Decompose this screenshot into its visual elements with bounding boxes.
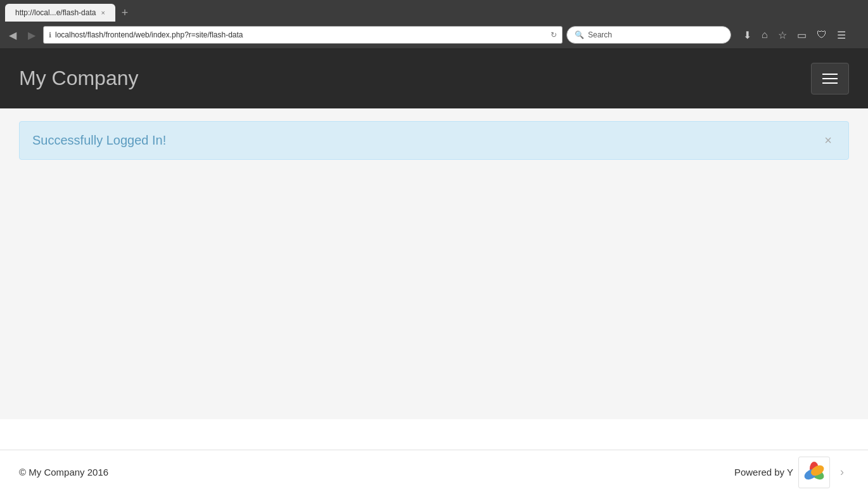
url-text: localhost/flash/frontend/web/index.php?r… bbox=[55, 30, 243, 39]
hamburger-line-1 bbox=[822, 74, 838, 75]
footer-powered-by: Powered by Y › bbox=[734, 457, 849, 488]
tab-title: http://local...e/flash-data bbox=[15, 8, 96, 17]
address-bar-row: ◀ ▶ ℹ localhost/flash/frontend/web/index… bbox=[0, 22, 868, 48]
app-title: My Company bbox=[19, 67, 139, 90]
browser-tab[interactable]: http://local...e/flash-data × bbox=[5, 4, 115, 22]
new-tab-button[interactable]: + bbox=[118, 4, 132, 22]
hamburger-line-3 bbox=[822, 82, 838, 84]
browser-toolbar-right: ⬇ ⌂ ☆ ▭ 🛡 ☰ bbox=[739, 27, 850, 44]
home-button[interactable]: ⌂ bbox=[757, 27, 772, 43]
refresh-icon[interactable]: ↻ bbox=[551, 30, 557, 39]
bookmarks-icon: ▭ bbox=[797, 30, 807, 41]
nav-forward-button[interactable]: ▶ bbox=[24, 27, 39, 44]
main-content: Successfully Logged In! × bbox=[0, 108, 868, 419]
footer-copyright: © My Company 2016 bbox=[19, 467, 108, 478]
app-header: My Company bbox=[0, 48, 868, 108]
download-icon: ⬇ bbox=[743, 30, 751, 41]
browser-search-bar[interactable]: 🔍 Search bbox=[566, 26, 731, 44]
bookmarks-list-button[interactable]: ▭ bbox=[793, 27, 811, 44]
search-icon: 🔍 bbox=[575, 30, 584, 39]
menu-button[interactable]: ☰ bbox=[833, 27, 850, 44]
yii-logo-svg bbox=[803, 461, 826, 484]
flash-close-button[interactable]: × bbox=[820, 133, 836, 148]
yii-logo bbox=[798, 457, 830, 488]
info-icon: ℹ bbox=[49, 31, 51, 39]
back-icon: ◀ bbox=[9, 30, 16, 41]
hamburger-icon: ☰ bbox=[837, 30, 846, 41]
flash-message-text: Successfully Logged In! bbox=[32, 133, 166, 148]
shield-button[interactable]: 🛡 bbox=[812, 27, 831, 43]
footer-next-button[interactable]: › bbox=[835, 463, 849, 481]
star-icon: ☆ bbox=[778, 30, 787, 41]
home-icon: ⌂ bbox=[762, 29, 768, 40]
nav-toggle-button[interactable] bbox=[811, 63, 849, 94]
hamburger-line-2 bbox=[822, 78, 838, 79]
browser-tab-bar: http://local...e/flash-data × + bbox=[0, 0, 868, 22]
nav-back-button[interactable]: ◀ bbox=[5, 27, 20, 44]
powered-by-text: Powered by Y bbox=[734, 467, 793, 478]
forward-icon: ▶ bbox=[28, 30, 35, 41]
bookmark-button[interactable]: ☆ bbox=[774, 27, 791, 44]
address-bar[interactable]: ℹ localhost/flash/frontend/web/index.php… bbox=[43, 26, 563, 44]
shield-icon: 🛡 bbox=[817, 29, 827, 40]
search-placeholder-text: Search bbox=[588, 30, 612, 39]
download-button[interactable]: ⬇ bbox=[739, 27, 756, 44]
app-footer: © My Company 2016 Powered by Y › bbox=[0, 450, 868, 494]
tab-close-button[interactable]: × bbox=[101, 9, 105, 16]
flash-message-alert: Successfully Logged In! × bbox=[19, 121, 849, 160]
